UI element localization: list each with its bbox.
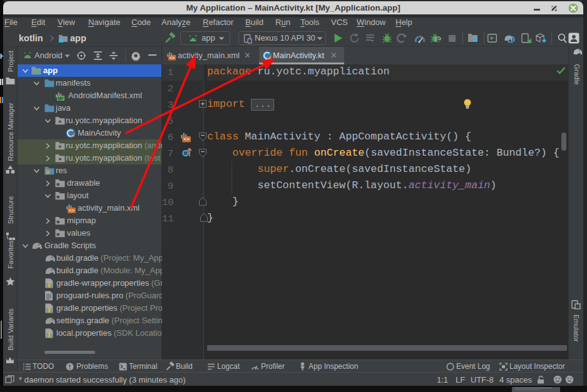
svg-text:<>: <> xyxy=(170,56,175,61)
svg-text:<>: <> xyxy=(69,208,75,213)
svg-text:<>: <> xyxy=(183,136,190,142)
svg-text:MF: MF xyxy=(58,96,63,101)
